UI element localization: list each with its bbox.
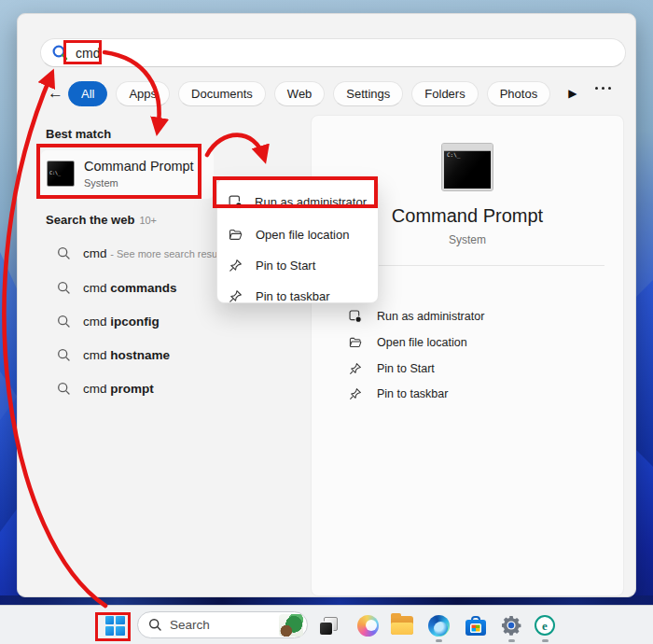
- taskbar-search-label: Search: [170, 618, 279, 632]
- web-suggestion[interactable]: cmd hostname: [57, 344, 170, 365]
- context-menu-open-file-location[interactable]: Open file location: [217, 220, 378, 248]
- best-match-subtitle: System: [84, 177, 118, 189]
- preview-action-pin-to-start[interactable]: Pin to Start: [349, 358, 435, 379]
- edge-browser-button[interactable]: [426, 613, 451, 637]
- search-icon: [57, 315, 71, 329]
- more-filters-icon[interactable]: ▶: [568, 87, 577, 100]
- menu-item-label: Pin to taskbar: [256, 289, 330, 303]
- search-icon: [148, 618, 162, 632]
- filter-tab-web[interactable]: Web: [274, 81, 326, 106]
- settings-button[interactable]: [499, 613, 523, 637]
- edge-icon: [428, 615, 450, 637]
- action-label: Pin to taskbar: [377, 387, 448, 400]
- preview-action-pin-to-taskbar[interactable]: Pin to taskbar: [349, 384, 448, 404]
- suggestion-text: cmd: [83, 382, 107, 396]
- action-label: Open file location: [377, 336, 467, 349]
- windows-logo-icon: [105, 616, 125, 636]
- options-ellipsis-icon[interactable]: [595, 87, 611, 90]
- web-suggestion[interactable]: cmd prompt: [57, 378, 154, 399]
- suggestion-bold: ipconfig: [110, 315, 160, 329]
- suggestion-bold: prompt: [110, 382, 154, 396]
- search-query-text: cmd: [76, 46, 100, 61]
- suggestion-bold: commands: [110, 281, 176, 295]
- context-menu-pin-to-start[interactable]: Pin to Start: [217, 251, 378, 279]
- filter-tab-apps[interactable]: Apps: [116, 81, 170, 106]
- search-icon: [57, 382, 71, 396]
- suggestion-bold: hostname: [110, 348, 170, 362]
- eset-antivirus-button[interactable]: e: [533, 613, 557, 637]
- filter-tab-photos[interactable]: Photos: [487, 81, 550, 106]
- microsoft-store-button[interactable]: [464, 613, 488, 637]
- suggestion-extra: - See more search results: [110, 248, 228, 259]
- context-menu-pin-to-taskbar[interactable]: Pin to taskbar: [217, 282, 378, 310]
- search-the-web-header: Search the web10+: [46, 213, 157, 227]
- web-result-count: 10+: [139, 215, 157, 226]
- menu-item-label: Pin to Start: [256, 259, 315, 273]
- run-as-admin-icon: [229, 195, 243, 209]
- pin-icon: [349, 387, 364, 400]
- task-view-icon: [320, 617, 338, 635]
- filter-tab-settings[interactable]: Settings: [333, 81, 403, 106]
- pin-icon: [229, 259, 244, 273]
- best-match-header: Best match: [46, 127, 111, 141]
- run-as-admin-icon: [349, 310, 364, 323]
- running-app-indicator: [542, 639, 549, 642]
- running-app-indicator: [508, 639, 515, 642]
- context-menu: Run as administrator Open file location …: [216, 178, 379, 303]
- copilot-icon: [357, 615, 379, 637]
- back-arrow-icon[interactable]: ←: [48, 84, 68, 103]
- search-filter-bar: ← All Apps Documents Web Settings Folder…: [48, 79, 617, 107]
- web-suggestion[interactable]: cmd - See more search results: [57, 243, 228, 263]
- settings-gear-icon: [500, 614, 522, 637]
- search-icon: [57, 246, 71, 260]
- best-match-result[interactable]: C:\_ Command Prompt System: [41, 150, 214, 199]
- file-explorer-button[interactable]: [390, 613, 414, 637]
- folder-icon: [229, 228, 244, 242]
- web-suggestion[interactable]: cmd ipconfig: [57, 311, 160, 331]
- folder-icon: [349, 336, 364, 349]
- task-view-button[interactable]: [316, 613, 340, 637]
- menu-item-label: Run as administrator: [255, 195, 367, 209]
- suggestion-text: cmd: [83, 348, 107, 362]
- file-explorer-icon: [391, 616, 413, 635]
- wallpaper-petal: [634, 280, 653, 467]
- search-icon: [57, 281, 71, 295]
- suggestion-text: cmd: [83, 315, 107, 329]
- preview-action-open-file-location[interactable]: Open file location: [349, 332, 467, 353]
- menu-item-label: Open file location: [256, 228, 349, 242]
- action-label: Run as administrator: [377, 310, 484, 323]
- microsoft-store-icon: [465, 616, 486, 636]
- filter-tab-all[interactable]: All: [68, 81, 107, 106]
- web-suggestion[interactable]: cmd commands: [57, 277, 177, 298]
- suggestion-text: cmd: [83, 281, 107, 295]
- start-button[interactable]: [103, 613, 127, 637]
- eset-icon: e: [535, 615, 555, 636]
- web-header-text: Search the web: [46, 213, 134, 227]
- search-highlight-thumbnail: [279, 614, 303, 637]
- filter-tab-folders[interactable]: Folders: [411, 81, 478, 106]
- desktop-screen: cmd ← All Apps Documents Web Settings Fo…: [0, 0, 653, 644]
- taskbar: Search e: [0, 605, 653, 644]
- best-match-title: Command Prompt: [84, 159, 194, 174]
- pin-icon: [349, 362, 364, 375]
- command-prompt-icon: C:\_: [442, 144, 493, 190]
- pin-icon: [229, 289, 244, 303]
- taskbar-search-box[interactable]: Search: [137, 611, 308, 638]
- search-input[interactable]: cmd: [40, 38, 626, 67]
- action-label: Pin to Start: [377, 362, 435, 375]
- suggestion-text: cmd: [83, 246, 107, 260]
- command-prompt-icon: C:\_: [47, 161, 75, 187]
- search-icon: [51, 44, 69, 62]
- filter-tab-documents[interactable]: Documents: [178, 81, 266, 106]
- running-app-indicator: [436, 639, 442, 642]
- copilot-button[interactable]: [355, 613, 380, 637]
- search-icon: [57, 348, 71, 362]
- context-menu-run-as-administrator[interactable]: Run as administrator: [217, 188, 378, 216]
